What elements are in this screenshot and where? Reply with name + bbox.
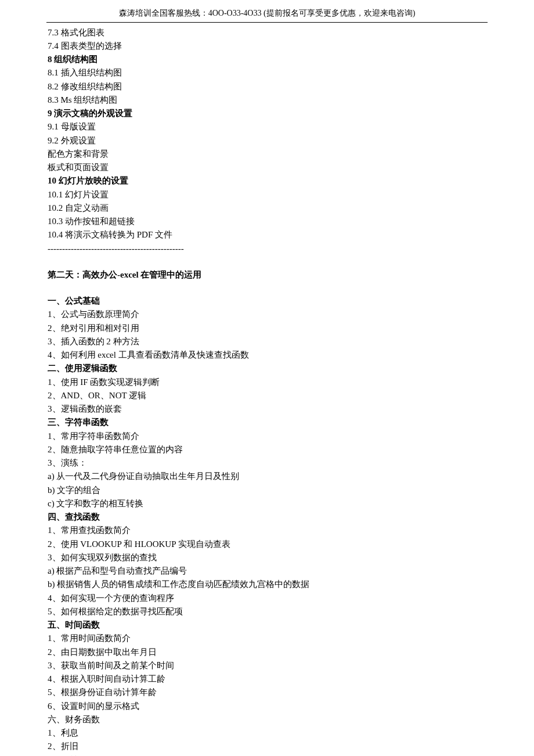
text-line: 1、利息 — [48, 726, 486, 740]
text-line: 2、绝对引用和相对引用 — [48, 322, 486, 335]
heading-line: 二、使用逻辑函数 — [48, 362, 486, 375]
heading-line: 8 组织结构图 — [48, 53, 486, 66]
text-line: 2、使用 VLOOKUP 和 HLOOKUP 实现自动查表 — [48, 538, 486, 551]
text-line: 2、折旧 — [48, 740, 486, 753]
text-line: 2、AND、OR、NOT 逻辑 — [48, 389, 486, 402]
text-line: 1、使用 IF 函数实现逻辑判断 — [48, 376, 486, 389]
text-line: 8.2 修改组织结构图 — [48, 80, 486, 93]
text-line: 8.1 插入组织结构图 — [48, 66, 486, 80]
text-line: a) 从一代及二代身份证自动抽取出生年月日及性别 — [48, 470, 486, 483]
text-line: 8.3 Ms 组织结构图 — [48, 93, 486, 107]
text-line: 10.4 将演示文稿转换为 PDF 文件 — [48, 228, 486, 242]
page-header: 森涛培训全国客服热线：4OO-O33-4O33 (提前报名可享受更多优惠，欢迎来… — [0, 0, 534, 22]
text-line: b) 文字的组合 — [48, 484, 486, 497]
header-divider — [46, 22, 488, 23]
text-line: 3、获取当前时间及之前某个时间 — [48, 659, 486, 672]
text-line: 10.3 动作按钮和超链接 — [48, 215, 486, 228]
text-line: 3、插入函数的 2 种方法 — [48, 335, 486, 348]
text-line: 1、常用字符串函数简介 — [48, 430, 486, 443]
text-line: 3、收益 — [48, 754, 486, 756]
heading-line: 第二天：高效办公-excel 在管理中的运用 — [48, 268, 486, 282]
text-line: 4、根据入职时间自动计算工龄 — [48, 672, 486, 686]
text-line: 9.1 母版设置 — [48, 120, 486, 134]
text-line: 1、常用时间函数简介 — [48, 632, 486, 645]
text-line: 3、逻辑函数的嵌套 — [48, 402, 486, 416]
text-line: 2、随意抽取字符串任意位置的内容 — [48, 443, 486, 456]
text-line: 9.2 外观设置 — [48, 134, 486, 147]
text-line: 4、如何实现一个方便的查询程序 — [48, 592, 486, 605]
heading-line: 9 演示文稿的外观设置 — [48, 107, 486, 120]
text-line: 1、常用查找函数简介 — [48, 524, 486, 537]
text-line: 4、如何利用 excel 工具查看函数清单及快速查找函数 — [48, 348, 486, 362]
text-line: 1、公式与函数原理简介 — [48, 308, 486, 321]
text-line: 5、根据身份证自动计算年龄 — [48, 686, 486, 699]
text-line: 7.3 格式化图表 — [48, 26, 486, 39]
text-line: 10.2 自定义动画 — [48, 201, 486, 215]
heading-line: 四、查找函数 — [48, 510, 486, 524]
heading-line: 三、字符串函数 — [48, 416, 486, 429]
text-line: a) 根据产品和型号自动查找产品编号 — [48, 564, 486, 578]
text-line: b) 根据销售人员的销售成绩和工作态度自动匹配绩效九宫格中的数据 — [48, 578, 486, 591]
page: 森涛培训全国客服热线：4OO-O33-4O33 (提前报名可享受更多优惠，欢迎来… — [0, 0, 534, 756]
heading-line: 10 幻灯片放映的设置 — [48, 174, 486, 188]
text-line: 10.1 幻灯片设置 — [48, 188, 486, 201]
text-line: 6、设置时间的显示格式 — [48, 700, 486, 713]
text-line: 2、由日期数据中取出年月日 — [48, 646, 486, 659]
text-line: 3、如何实现双列数据的查找 — [48, 551, 486, 564]
text-line: 5、如何根据给定的数据寻找匹配项 — [48, 605, 486, 618]
text-line — [48, 255, 486, 268]
content-body: 7.3 格式化图表7.4 图表类型的选择8 组织结构图8.1 插入组织结构图8.… — [0, 26, 534, 756]
heading-line: 五、时间函数 — [48, 618, 486, 632]
text-line: 7.4 图表类型的选择 — [48, 39, 486, 53]
text-line: c) 文字和数字的相互转换 — [48, 497, 486, 510]
text-line: 配色方案和背景 — [48, 147, 486, 161]
text-line: 3、演练： — [48, 456, 486, 470]
text-line — [48, 282, 486, 294]
text-line: 六、财务函数 — [48, 713, 486, 726]
text-line: 板式和页面设置 — [48, 161, 486, 174]
text-line: ----------------------------------------… — [48, 242, 486, 255]
heading-line: 一、公式基础 — [48, 294, 486, 308]
